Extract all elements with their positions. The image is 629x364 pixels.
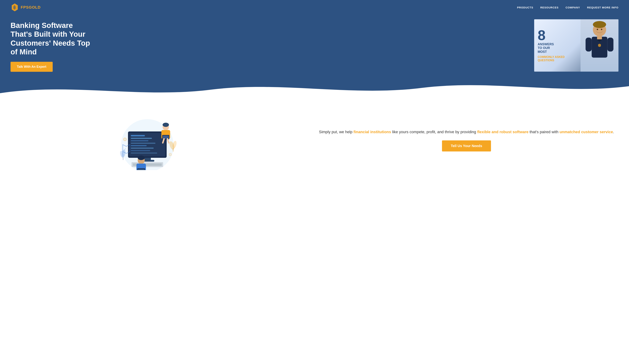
nav-products[interactable]: PRODUCTS xyxy=(517,6,533,9)
hero-left: Banking Software That's Built with Your … xyxy=(10,17,314,72)
lower-text-block: Simply put, we help financial institutio… xyxy=(314,129,619,151)
person-silhouette-icon xyxy=(581,19,619,72)
svg-rect-19 xyxy=(131,138,152,139)
hero-wave xyxy=(0,79,629,100)
logo[interactable]: FPSGOLD xyxy=(10,3,41,11)
hero-right: 8 ANSWERS TO OUR MOST COMMONLY ASKED QUE… xyxy=(339,17,619,72)
svg-rect-51 xyxy=(123,157,124,160)
svg-rect-21 xyxy=(131,143,156,144)
svg-point-6 xyxy=(593,21,606,28)
svg-rect-10 xyxy=(607,38,614,51)
svg-rect-23 xyxy=(131,148,154,149)
svg-rect-20 xyxy=(131,140,148,141)
svg-rect-4 xyxy=(15,6,16,9)
svg-text:⚙: ⚙ xyxy=(123,137,127,142)
svg-rect-41 xyxy=(138,169,145,170)
lower-description: Simply put, we help financial institutio… xyxy=(314,129,619,135)
svg-point-31 xyxy=(162,123,169,127)
hero-section: Banking Software That's Built with Your … xyxy=(0,0,629,100)
svg-point-38 xyxy=(138,155,145,160)
nav-resources[interactable]: RESOURCES xyxy=(540,6,559,9)
highlight-flexible-software: flexible and robust software xyxy=(477,130,528,134)
video-person xyxy=(581,19,619,72)
video-card[interactable]: 8 ANSWERS TO OUR MOST COMMONLY ASKED QUE… xyxy=(534,19,619,72)
svg-rect-25 xyxy=(131,152,157,154)
team-illustration-icon: ⚙ ⚙ ✓ xyxy=(114,110,181,170)
logo-icon xyxy=(10,3,19,11)
svg-point-13 xyxy=(601,29,602,30)
svg-text:⚙: ⚙ xyxy=(168,152,172,157)
svg-rect-11 xyxy=(597,36,602,39)
svg-rect-9 xyxy=(586,38,592,51)
tell-us-needs-button[interactable]: Tell Us Your Needs xyxy=(442,140,491,151)
svg-rect-22 xyxy=(131,145,147,146)
svg-rect-2 xyxy=(14,5,15,9)
svg-rect-3 xyxy=(13,6,14,9)
video-thumbnail: 8 ANSWERS TO OUR MOST COMMONLY ASKED QUE… xyxy=(534,19,619,72)
svg-rect-18 xyxy=(131,135,145,136)
illustration-container: ⚙ ⚙ ✓ xyxy=(114,110,181,170)
nav-request-info[interactable]: REQUEST MORE INFO xyxy=(587,6,619,9)
talk-expert-button[interactable]: Talk With An Expert xyxy=(10,62,53,72)
navbar: FPSGOLD PRODUCTS RESOURCES COMPANY REQUE… xyxy=(0,0,629,15)
svg-point-12 xyxy=(597,29,598,30)
lower-illustration: ⚙ ⚙ ✓ xyxy=(10,110,284,170)
nav-links: PRODUCTS RESOURCES COMPANY REQUEST MORE … xyxy=(517,6,619,9)
svg-rect-24 xyxy=(131,150,150,151)
svg-marker-14 xyxy=(598,44,601,47)
nav-company[interactable]: COMPANY xyxy=(566,6,580,9)
hero-title: Banking Software That's Built with Your … xyxy=(10,21,314,57)
highlight-customer-service: unmatched customer service xyxy=(559,130,613,134)
highlight-financial-institutions: financial institutions xyxy=(353,130,391,134)
lower-section: ⚙ ⚙ ✓ Simply put, we help financial inst… xyxy=(0,100,629,184)
svg-rect-48 xyxy=(173,148,173,152)
logo-text: FPSGOLD xyxy=(21,5,41,10)
